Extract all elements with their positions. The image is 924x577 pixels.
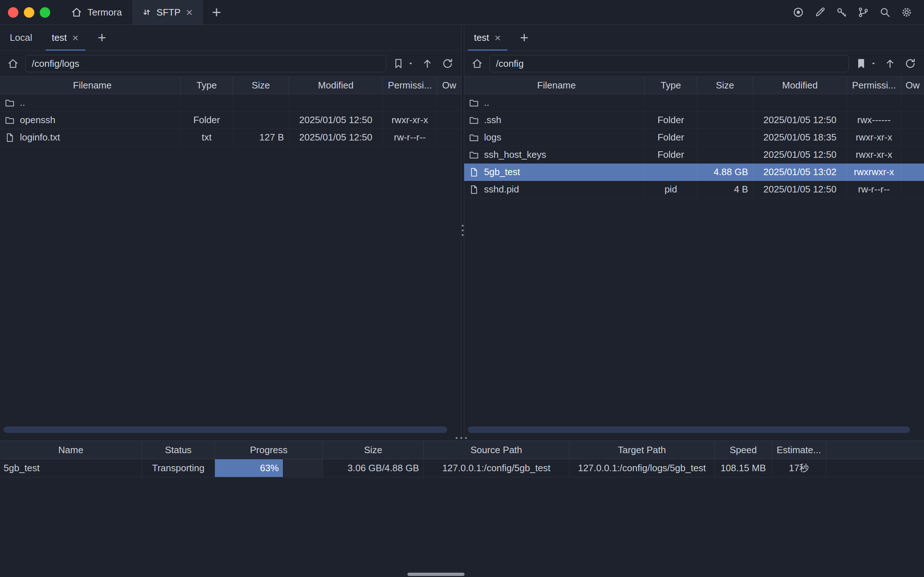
column-header-name[interactable]: Name <box>0 441 142 459</box>
table-row[interactable]: loginfo.txt txt 127 B 2025/01/05 12:50 r… <box>0 129 461 146</box>
size-cell <box>697 94 753 111</box>
table-row[interactable]: openssh Folder 2025/01/05 12:50 rwxr-xr-… <box>0 111 461 129</box>
column-header-size[interactable]: Size <box>233 77 289 94</box>
tab-test-left[interactable]: test × <box>42 25 89 50</box>
table-row[interactable]: sshd.pid pid 4 B 2025/01/05 12:50 rw-r--… <box>464 181 924 198</box>
bookmark-icon[interactable] <box>390 56 406 71</box>
column-header-permissions[interactable]: Permissi... <box>383 77 437 94</box>
tab-local[interactable]: Local <box>0 25 42 50</box>
table-row-selected[interactable]: 5gb_test 4.88 GB 2025/01/05 13:02 rwxrwx… <box>464 164 924 181</box>
table-row[interactable]: .. <box>464 94 924 111</box>
filename: logs <box>484 132 502 143</box>
column-header-modified[interactable]: Modified <box>289 77 383 94</box>
column-header-permissions[interactable]: Permissi... <box>847 77 901 94</box>
branch-icon[interactable] <box>856 5 871 19</box>
file-icon <box>469 167 479 178</box>
type-cell: Folder <box>181 111 233 129</box>
permissions-cell: rw-r--r-- <box>383 129 437 146</box>
parent-directory-icon[interactable] <box>882 56 898 71</box>
transfer-row[interactable]: 5gb_test Transporting 63% 3.06 GB/4.88 G… <box>0 459 924 477</box>
table-row[interactable]: .ssh Folder 2025/01/05 12:50 rwx------ <box>464 111 924 129</box>
column-header-type[interactable]: Type <box>181 77 233 94</box>
path-input-left[interactable] <box>25 55 386 72</box>
parent-directory-icon[interactable] <box>419 56 435 71</box>
transfer-status: Transporting <box>142 459 215 477</box>
table-row[interactable]: .. <box>0 94 461 111</box>
column-header-filename[interactable]: Filename <box>464 77 645 94</box>
tab-test-right-label: test <box>474 32 489 44</box>
scrollbar-thumb[interactable] <box>3 426 447 433</box>
minimize-window-button[interactable] <box>24 7 34 18</box>
close-tab-icon[interactable]: × <box>185 6 194 18</box>
close-tab-icon[interactable]: × <box>71 32 79 44</box>
tab-sftp[interactable]: SFTP × <box>132 0 202 24</box>
new-tab-button-right[interactable]: + <box>511 25 537 50</box>
transfer-splitter-horizontal[interactable] <box>0 435 924 440</box>
filename: .. <box>20 97 25 108</box>
column-header-target-path[interactable]: Target Path <box>569 441 715 459</box>
size-cell <box>697 111 753 129</box>
column-header-source-path[interactable]: Source Path <box>424 441 569 459</box>
column-header-type[interactable]: Type <box>645 77 697 94</box>
column-header-filename[interactable]: Filename <box>0 77 181 94</box>
column-header-owner[interactable]: Ow <box>901 77 924 94</box>
home-icon[interactable] <box>5 56 21 71</box>
refresh-icon[interactable] <box>902 56 918 71</box>
transfer-empty-area <box>0 477 924 577</box>
chevron-down-icon[interactable] <box>869 56 878 71</box>
owner-cell <box>437 111 461 129</box>
column-header-status[interactable]: Status <box>142 441 215 459</box>
size-cell <box>697 146 753 163</box>
scrollbar-thumb[interactable] <box>468 426 910 433</box>
column-header-owner[interactable]: Ow <box>437 77 461 94</box>
settings-icon[interactable] <box>900 5 914 19</box>
column-header-progress[interactable]: Progress <box>215 441 323 459</box>
tab-termora-home[interactable]: Termora <box>60 0 132 24</box>
table-row[interactable]: ssh_host_keys Folder 2025/01/05 12:50 rw… <box>464 146 924 164</box>
search-icon[interactable] <box>878 5 892 19</box>
horizontal-scrollbar-left[interactable] <box>3 426 456 433</box>
edit-icon[interactable] <box>813 5 827 19</box>
column-header-size[interactable]: Size <box>323 441 424 459</box>
tab-local-label: Local <box>10 32 32 44</box>
type-cell <box>181 94 233 111</box>
path-input-right[interactable] <box>489 55 849 72</box>
panel-splitter-vertical[interactable] <box>461 25 464 435</box>
horizontal-scrollbar-right[interactable] <box>468 426 919 433</box>
modified-cell <box>289 94 383 111</box>
owner-cell <box>437 94 461 111</box>
size-cell <box>233 111 289 129</box>
type-cell: pid <box>645 181 697 198</box>
chevron-down-icon[interactable] <box>406 56 415 71</box>
zoom-window-button[interactable] <box>40 7 50 18</box>
column-header-estimate[interactable]: Estimate... <box>772 441 826 459</box>
horizontal-scrollbar-transfer[interactable] <box>408 573 464 576</box>
bookmark-filled-icon[interactable] <box>853 56 869 71</box>
right-table-header: Filename Type Size Modified Permissi... … <box>464 76 924 94</box>
home-icon <box>71 6 83 18</box>
bookmark-group-left <box>390 56 415 71</box>
tab-test-right[interactable]: test × <box>464 25 511 50</box>
table-row[interactable]: logs Folder 2025/01/05 18:35 rwxr-xr-x <box>464 129 924 146</box>
key-icon[interactable] <box>834 5 849 19</box>
column-header-modified[interactable]: Modified <box>753 77 847 94</box>
record-icon[interactable] <box>791 5 806 19</box>
new-window-tab-button[interactable]: + <box>203 0 231 24</box>
transfer-name: 5gb_test <box>0 459 142 477</box>
right-panel-tabbar: test × + <box>464 25 924 51</box>
traffic-lights <box>0 0 60 24</box>
home-icon[interactable] <box>469 56 485 71</box>
column-header-speed[interactable]: Speed <box>715 441 772 459</box>
column-header-size[interactable]: Size <box>697 77 753 94</box>
owner-cell <box>901 111 924 129</box>
progress-fill: 63% <box>215 459 283 477</box>
titlebar-actions <box>791 0 924 24</box>
refresh-icon[interactable] <box>440 56 455 71</box>
splitter-grip-icon <box>462 225 464 236</box>
owner-cell <box>901 94 924 111</box>
progress-label: 63% <box>260 463 279 474</box>
close-tab-icon[interactable]: × <box>494 32 502 44</box>
close-window-button[interactable] <box>8 7 18 18</box>
tab-test-left-label: test <box>52 32 67 44</box>
new-tab-button-left[interactable]: + <box>89 25 115 50</box>
